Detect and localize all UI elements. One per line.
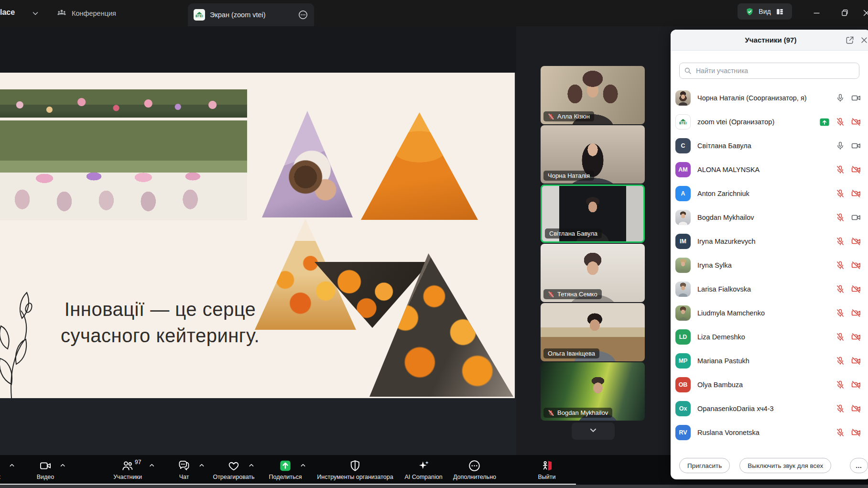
slide-title: Інновації — це серце сучасного кейтеринг… <box>17 296 304 349</box>
muted-mic-icon <box>548 410 554 416</box>
restore-icon <box>839 8 850 18</box>
video-tile[interactable]: Bogdan Mykhailov <box>541 362 645 421</box>
video-tile[interactable]: Алла Кізюн <box>541 66 645 124</box>
restore-button[interactable] <box>837 6 852 20</box>
participant-row[interactable]: Чорна Наталія (Соорганизатор, я) <box>671 86 868 110</box>
tab-options-icon[interactable] <box>298 10 308 20</box>
group-icon <box>56 8 67 19</box>
toolbar-item-microphone[interactable]: Звук <box>0 455 1 485</box>
participant-row[interactable]: ВТЕІzoom vtei (Организатор) <box>671 110 868 134</box>
minimize-button[interactable] <box>810 6 824 20</box>
participant-status <box>835 427 861 438</box>
mic-muted-icon <box>835 284 845 294</box>
camera-off-icon <box>851 236 861 247</box>
participant-row[interactable]: Iryna Sylka <box>671 253 868 277</box>
video-tile[interactable]: Ольга Іваніщева <box>541 303 645 361</box>
more-participants-button[interactable] <box>572 423 615 440</box>
participant-name: Чорна Наталія (Соорганизатор, я) <box>697 94 832 102</box>
participant-name: Bogdan Mykhailov <box>697 214 832 221</box>
workspace-menu[interactable]: lace <box>0 8 15 17</box>
participant-name: Anton Zarichniuk <box>697 190 832 197</box>
shield-icon <box>348 459 361 472</box>
mic-muted-icon <box>835 117 845 127</box>
chevron-up-icon[interactable] <box>60 462 66 468</box>
muted-mic-icon <box>548 291 554 298</box>
toolbar-item-exit[interactable]: Выйти <box>538 455 555 485</box>
mic-icon <box>835 93 845 103</box>
video-tile-name-label: Тетяна Семко <box>543 289 602 299</box>
avatar: LD <box>675 329 691 345</box>
avatar <box>675 282 691 297</box>
camera-off-icon <box>851 260 861 271</box>
toolbar-item-sparkle[interactable]: AI Companion <box>404 455 442 485</box>
exit-icon <box>540 459 553 472</box>
toolbar-item-more[interactable]: Дополнительно <box>453 455 496 485</box>
tab-conference[interactable]: Конференция <box>56 5 116 22</box>
mic-muted-icon <box>835 428 845 437</box>
participant-row[interactable]: Liudmyla Mamchenko <box>671 301 868 325</box>
tab-screen-label: Экран (zoom vtei) <box>210 11 266 19</box>
participant-name: Iryna Mazurkevych <box>697 238 832 245</box>
participant-row[interactable]: IMIryna Mazurkevych <box>671 229 868 253</box>
participant-row[interactable]: RVRuslana Voronetska <box>671 421 868 445</box>
participants-list: Чорна Наталія (Соорганизатор, я)ВТЕІzoom… <box>671 86 868 445</box>
participant-row[interactable]: CСвітлана Бавула <box>671 134 868 158</box>
participant-row[interactable]: MPMariana Pastukh <box>671 349 868 373</box>
participant-name: Mariana Pastukh <box>697 357 832 365</box>
participant-name: Liudmyla Mamchenko <box>697 309 832 317</box>
close-button[interactable] <box>859 6 868 20</box>
close-panel-button[interactable] <box>859 35 868 45</box>
search-icon <box>684 66 692 75</box>
participant-status <box>835 188 861 199</box>
view-button[interactable]: Вид <box>738 3 792 20</box>
vtei-logo-icon: ВТЕІ <box>194 9 205 21</box>
video-tile[interactable]: Чорна Наталія <box>541 125 645 184</box>
participant-row[interactable]: AMALONA MALYNSKA <box>671 158 868 182</box>
tab-conference-label: Конференция <box>72 10 116 17</box>
chevron-up-icon[interactable] <box>300 462 306 468</box>
mic-muted-icon <box>835 356 845 366</box>
toolbar-item-label: AI Companion <box>404 474 442 480</box>
video-tile[interactable]: Світлана Бавула <box>541 184 645 243</box>
camera-off-icon <box>851 164 861 175</box>
participant-name: Larisa Fialkovska <box>697 285 832 293</box>
participant-row[interactable]: AAnton Zarichniuk <box>671 182 868 206</box>
invite-button[interactable]: Пригласить <box>679 458 730 473</box>
window-title-bar: lace Конференция ВТЕІ Экран (zoom vtei) … <box>0 0 868 26</box>
chevron-up-icon[interactable] <box>149 462 155 468</box>
toolbar-item-video-camera[interactable]: Видео <box>37 455 54 485</box>
toolbar-item-participants[interactable]: 97Участники <box>113 455 142 485</box>
toolbar-item-chat[interactable]: Чат <box>178 455 191 485</box>
mic-muted-icon <box>835 380 845 390</box>
mute-all-button[interactable]: Выключить звук для всех <box>739 458 831 473</box>
participant-row[interactable]: OBOlya Bambuza <box>671 373 868 397</box>
participant-row[interactable]: Larisa Fialkovska <box>671 277 868 301</box>
chevron-up-icon[interactable] <box>9 462 15 468</box>
slide-photo-catering-stands <box>0 89 247 118</box>
chevron-up-icon[interactable] <box>198 462 205 468</box>
share-screen-icon <box>279 459 292 472</box>
toolbar-item-heart[interactable]: Отреагировать <box>213 455 254 485</box>
toolbar-item-label: Поделиться <box>269 474 302 480</box>
search-input[interactable] <box>679 63 859 79</box>
popout-panel-button[interactable] <box>845 35 855 45</box>
toolbar-item-label: Дополнительно <box>453 474 496 480</box>
participant-row[interactable]: Bogdan Mykhailov <box>671 206 868 229</box>
zoom-meeting-window: lace Конференция ВТЕІ Экран (zoom vtei) … <box>0 0 868 488</box>
vtei-logo-avatar: ВТЕІ <box>675 114 691 130</box>
slide-photo-wedding-table <box>0 120 247 220</box>
slide-title-line2: сучасного кейтерингу. <box>17 323 304 349</box>
camera-off-icon <box>851 284 861 294</box>
chevron-up-icon[interactable] <box>248 462 254 468</box>
more-options-button[interactable]: … <box>850 458 868 473</box>
close-icon <box>861 8 868 18</box>
participant-row[interactable]: OxOpanasenkoDariia хч4-3 <box>671 397 868 421</box>
muted-mic-icon <box>548 113 554 120</box>
toolbar-item-shield[interactable]: Инструменты организатора <box>317 455 393 485</box>
video-tile[interactable]: Тетяна Семко <box>541 244 645 302</box>
chevron-down-icon[interactable] <box>32 10 39 17</box>
tab-screen-share[interactable]: ВТЕІ Экран (zoom vtei) <box>188 3 314 26</box>
toolbar-item-share-screen[interactable]: Поделиться <box>269 455 302 485</box>
participants-count-badge: 97 <box>135 459 141 466</box>
participant-row[interactable]: LDLiza Demeshko <box>671 325 868 349</box>
